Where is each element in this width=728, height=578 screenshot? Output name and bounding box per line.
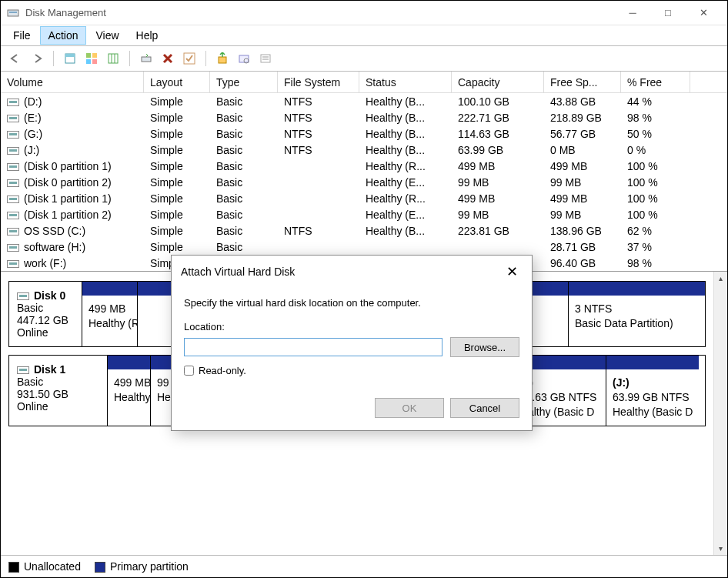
svg-rect-6 [86,59,91,64]
disk-icon [17,292,29,300]
volume-row[interactable]: software (H:)SimpleBasic28.71 GB37 % [1,239,727,255]
col-status[interactable]: Status [359,72,452,92]
partition[interactable]: 3 NTFSBasic Data Partition) [569,282,705,346]
drive-icon [7,244,19,252]
tb-icon-6[interactable] [257,50,274,67]
disk-header[interactable]: Disk 0Basic447.12 GBOnline [9,282,82,346]
dialog-desc: Specify the virtual hard disk location o… [184,297,519,309]
volume-list: Volume Layout Type File System Status Ca… [1,72,727,272]
tb-icon-3[interactable] [105,50,122,67]
col-pct[interactable]: % Free [621,72,690,92]
forward-button[interactable] [28,50,45,67]
col-fs[interactable]: File System [278,72,359,92]
tb-icon-5[interactable] [235,50,252,67]
svg-rect-1 [9,12,17,13]
volume-row[interactable]: (Disk 1 partition 1)SimpleBasicHealthy (… [1,190,727,206]
partition[interactable]: 499 MBHealthy [108,356,151,426]
col-capacity[interactable]: Capacity [452,72,544,92]
col-layout[interactable]: Layout [144,72,210,92]
tb-icon-refresh[interactable] [138,50,155,67]
partition[interactable]: (J:)63.99 GB NTFSHealthy (Basic D [606,356,699,426]
tb-icon-2[interactable] [83,50,100,67]
legend-swatch-unallocated [8,562,19,573]
vertical-scrollbar[interactable]: ▴▾ [713,272,727,555]
svg-rect-11 [219,57,226,63]
menu-help[interactable]: Help [129,27,166,44]
volume-row[interactable]: (E:)SimpleBasicNTFSHealthy (B...222.71 G… [1,109,727,125]
attach-vhd-dialog: Attach Virtual Hard Disk ✕ Specify the v… [171,255,533,431]
titlebar: Disk Management ─ □ ✕ [1,1,727,25]
drive-icon [7,147,19,155]
legend-unallocated: Unallocated [24,560,81,573]
disk-header[interactable]: Disk 1Basic931.50 GBOnline [9,356,108,426]
svg-rect-9 [142,57,151,62]
menu-action[interactable]: Action [40,26,87,45]
drive-icon [7,115,19,122]
legend-swatch-primary [95,562,105,573]
drive-icon [7,179,19,187]
tb-icon-delete[interactable] [159,50,176,67]
browse-button[interactable]: Browse... [450,337,519,357]
readonly-label: Read-only. [199,365,246,376]
drive-icon [7,260,19,268]
svg-rect-3 [65,54,75,57]
legend-primary: Primary partition [110,560,189,573]
svg-rect-16 [262,58,269,60]
cancel-button[interactable]: Cancel [450,398,519,418]
menubar: File Action View Help [1,25,727,45]
volume-row[interactable]: (D:)SimpleBasicNTFSHealthy (B...100.10 G… [1,93,727,109]
location-label: Location: [184,321,519,332]
volume-row[interactable]: OS SSD (C:)SimpleBasicNTFSHealthy (B...2… [1,222,727,239]
svg-rect-15 [262,56,269,58]
col-type[interactable]: Type [210,72,278,92]
app-icon [7,7,19,19]
menu-file[interactable]: File [5,27,38,44]
location-input[interactable] [184,338,442,356]
window-title: Disk Management [25,7,615,18]
disk-mgmt-window: Disk Management ─ □ ✕ File Action View H… [0,0,728,578]
drive-icon [7,131,19,139]
tb-icon-1[interactable] [62,50,78,67]
volume-row[interactable]: (G:)SimpleBasicNTFSHealthy (B...114.63 G… [1,125,727,142]
legend: Unallocated Primary partition [1,555,727,577]
drive-icon [7,212,19,219]
toolbar [1,45,727,72]
back-button[interactable] [7,50,24,67]
svg-rect-8 [109,54,118,63]
volume-row[interactable]: (J:)SimpleBasicNTFSHealthy (B...63.99 GB… [1,142,727,158]
volume-row[interactable]: (Disk 0 partition 2)SimpleBasicHealthy (… [1,174,727,190]
tb-icon-4[interactable] [214,50,231,67]
maximize-button[interactable]: □ [650,1,686,25]
dialog-title: Attach Virtual Hard Disk [181,266,502,278]
minimize-button[interactable]: ─ [615,1,650,25]
svg-rect-4 [86,53,91,58]
drive-icon [7,195,19,203]
column-headers: Volume Layout Type File System Status Ca… [1,72,727,93]
drive-icon [7,99,19,106]
ok-button[interactable]: OK [375,398,444,418]
volume-row[interactable]: (Disk 0 partition 1)SimpleBasicHealthy (… [1,158,727,174]
col-free[interactable]: Free Sp... [544,72,621,92]
drive-icon [7,163,19,171]
dialog-close-icon[interactable]: ✕ [502,263,523,280]
menu-view[interactable]: View [88,27,126,44]
svg-rect-5 [92,53,97,58]
drive-icon [7,228,19,236]
disk-icon [17,366,29,374]
col-volume[interactable]: Volume [1,72,144,92]
readonly-checkbox[interactable] [184,366,194,376]
tb-icon-check[interactable] [181,50,198,67]
partition[interactable]: 499 MBHealthy (R [82,282,138,346]
volume-row[interactable]: (Disk 1 partition 2)SimpleBasicHealthy (… [1,206,727,222]
close-button[interactable]: ✕ [686,1,721,25]
svg-rect-7 [92,59,97,64]
